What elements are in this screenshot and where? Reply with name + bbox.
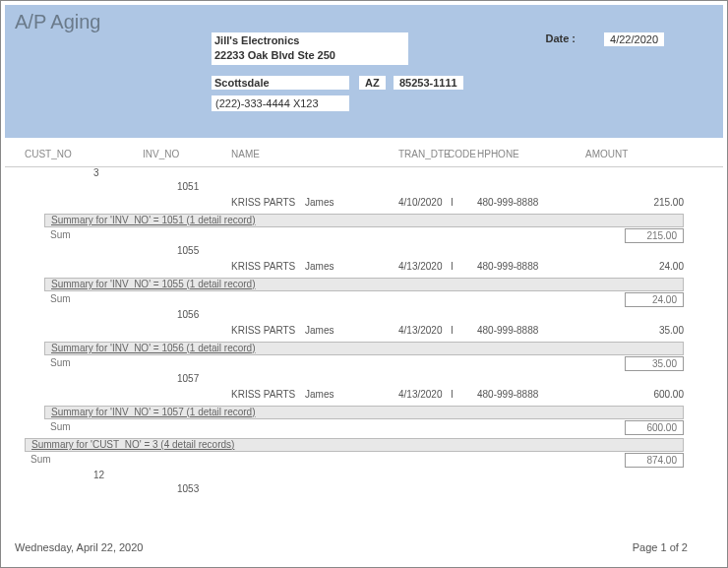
- col-amount: AMOUNT: [585, 149, 628, 159]
- col-code: CODE: [448, 149, 476, 159]
- detail-tran-date: 4/13/2020: [398, 325, 443, 336]
- inv-group-header: 1057: [5, 373, 723, 389]
- company-name: Jill's Electronics: [214, 33, 405, 48]
- report-footer: Wednesday, April 22, 2020 Page 1 of 2: [1, 541, 727, 561]
- sum-label: Sum: [50, 293, 71, 304]
- report-page: A/P Aging Jill's Electronics 22233 Oak B…: [0, 0, 728, 568]
- detail-code: I: [451, 261, 454, 272]
- sum-label: Sum: [50, 421, 71, 432]
- detail-name: KRISS PARTS: [231, 197, 295, 208]
- company-block: Jill's Electronics 22233 Oak Blvd Ste 25…: [212, 32, 408, 65]
- cust-no-value: 12: [93, 470, 104, 480]
- detail-phone: 480-999-8888: [477, 325, 538, 336]
- sum-label: Sum: [30, 454, 51, 465]
- inv-group-header: 1056: [5, 309, 723, 325]
- detail-amount: 35.00: [659, 325, 684, 336]
- sum-amount: 215.00: [625, 228, 684, 243]
- cust-sum-row: Sum 874.00: [5, 452, 723, 470]
- detail-phone: 480-999-8888: [477, 197, 538, 208]
- report-body: 3 1051 KRISS PARTS James 4/10/2020 I 480…: [5, 167, 723, 499]
- inv-summary-text: Summary for 'INV_NO' = 1057 (1 detail re…: [51, 407, 256, 417]
- sum-label: Sum: [50, 229, 71, 240]
- detail-tran-date: 4/10/2020: [398, 197, 443, 208]
- cust-no-value: 3: [93, 167, 99, 178]
- detail-amount: 600.00: [653, 389, 684, 400]
- col-cust-no: CUST_NO: [25, 149, 72, 159]
- report-header: A/P Aging Jill's Electronics 22233 Oak B…: [5, 5, 723, 138]
- inv-no-value: 1053: [177, 483, 199, 494]
- detail-code: I: [451, 389, 454, 400]
- sum-amount: 600.00: [625, 420, 684, 435]
- detail-row: KRISS PARTS James 4/10/2020 I 480-999-88…: [5, 197, 723, 213]
- date-value: 4/22/2020: [604, 32, 664, 46]
- sum-amount: 35.00: [625, 356, 684, 371]
- inv-group-header: 1053: [5, 483, 723, 499]
- inv-group-header: 1055: [5, 245, 723, 261]
- inv-summary-text: Summary for 'INV_NO' = 1056 (1 detail re…: [51, 343, 256, 353]
- inv-no-value: 1055: [177, 245, 199, 256]
- cust-group-header: 12: [5, 470, 723, 483]
- detail-name: KRISS PARTS: [231, 261, 295, 272]
- inv-summary-text: Summary for 'INV_NO' = 1055 (1 detail re…: [51, 279, 256, 289]
- inv-summary-bar: Summary for 'INV_NO' = 1056 (1 detail re…: [44, 342, 684, 355]
- inv-no-value: 1057: [177, 373, 199, 384]
- footer-page: Page 1 of 2: [633, 541, 688, 553]
- sum-amount: 24.00: [625, 292, 684, 307]
- detail-phone: 480-999-8888: [477, 261, 538, 272]
- detail-phone: 480-999-8888: [477, 389, 538, 400]
- company-state: AZ: [359, 76, 386, 90]
- inv-sum-row: Sum 215.00: [5, 227, 723, 245]
- inv-summary-bar: Summary for 'INV_NO' = 1051 (1 detail re…: [44, 214, 684, 227]
- company-zip: 85253-1111: [394, 76, 463, 90]
- inv-sum-row: Sum 600.00: [5, 419, 723, 437]
- company-phone: (222)-333-4444 X123: [212, 95, 349, 111]
- col-inv-no: INV_NO: [143, 149, 179, 159]
- detail-amount: 24.00: [659, 261, 684, 272]
- detail-tran-date: 4/13/2020: [398, 261, 443, 272]
- sum-amount: 874.00: [625, 453, 684, 468]
- detail-row: KRISS PARTS James 4/13/2020 I 480-999-88…: [5, 261, 723, 277]
- inv-sum-row: Sum 35.00: [5, 355, 723, 373]
- inv-no-value: 1056: [177, 309, 199, 320]
- detail-first-name: James: [305, 325, 334, 336]
- detail-row: KRISS PARTS James 4/13/2020 I 480-999-88…: [5, 325, 723, 341]
- inv-no-value: 1051: [177, 181, 199, 192]
- detail-code: I: [451, 325, 454, 336]
- sum-label: Sum: [50, 357, 71, 368]
- inv-summary-text: Summary for 'INV_NO' = 1051 (1 detail re…: [51, 215, 256, 225]
- detail-tran-date: 4/13/2020: [398, 389, 443, 400]
- report-title: A/P Aging: [15, 11, 100, 33]
- detail-first-name: James: [305, 389, 334, 400]
- detail-name: KRISS PARTS: [231, 389, 295, 400]
- col-hphone: HPHONE: [477, 149, 519, 159]
- date-label: Date :: [545, 32, 576, 44]
- detail-first-name: James: [305, 197, 334, 208]
- inv-summary-bar: Summary for 'INV_NO' = 1055 (1 detail re…: [44, 278, 684, 291]
- col-tran-dte: TRAN_DTE: [398, 149, 451, 159]
- column-header-row: CUST_NO INV_NO NAME TRAN_DTE CODE HPHONE…: [5, 146, 723, 167]
- detail-name: KRISS PARTS: [231, 325, 295, 336]
- cust-group-header: 3: [5, 167, 723, 181]
- detail-amount: 215.00: [653, 197, 684, 208]
- detail-code: I: [451, 197, 454, 208]
- col-name: NAME: [231, 149, 260, 159]
- footer-date: Wednesday, April 22, 2020: [15, 541, 143, 553]
- cust-summary-bar: Summary for 'CUST_NO' = 3 (4 detail reco…: [25, 438, 684, 452]
- detail-row: KRISS PARTS James 4/13/2020 I 480-999-88…: [5, 389, 723, 405]
- company-address: 22233 Oak Blvd Ste 250: [214, 48, 405, 63]
- inv-sum-row: Sum 24.00: [5, 291, 723, 309]
- inv-summary-bar: Summary for 'INV_NO' = 1057 (1 detail re…: [44, 406, 684, 419]
- inv-group-header: 1051: [5, 181, 723, 197]
- company-city: Scottsdale: [212, 76, 349, 90]
- cust-summary-text: Summary for 'CUST_NO' = 3 (4 detail reco…: [31, 439, 234, 450]
- detail-first-name: James: [305, 261, 334, 272]
